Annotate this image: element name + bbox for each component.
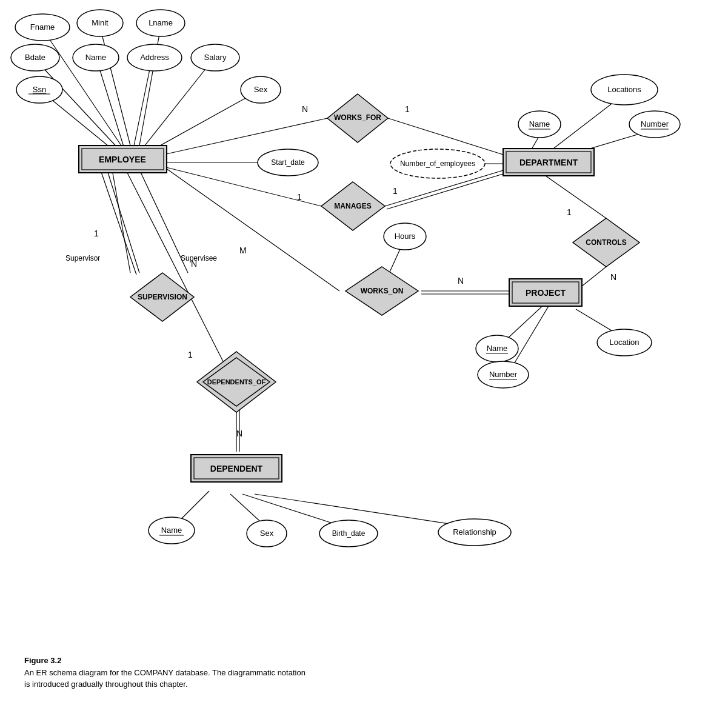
svg-line-21 <box>164 167 339 291</box>
svg-line-6 <box>142 61 212 149</box>
er-diagram: EMPLOYEE DEPARTMENT PROJECT DEPENDENT WO… <box>0 0 728 655</box>
dept-name-attr: Name <box>529 119 550 129</box>
figure-caption-title: Figure 3.2 <box>24 655 728 667</box>
employee-label: EMPLOYEE <box>99 155 146 164</box>
dept-number-attr: Number <box>641 119 669 129</box>
dep-name-attr: Name <box>161 526 182 535</box>
hours-attr: Hours <box>395 232 416 241</box>
start-date-attr: Start_date <box>271 158 305 167</box>
n-works-for-emp: N <box>302 104 308 114</box>
manages-label: MANAGES <box>334 202 371 210</box>
svg-line-28 <box>512 306 549 367</box>
supervisee-label: Supervisee <box>181 254 217 262</box>
proj-number-attr: Number <box>489 370 518 379</box>
one-supervision-sup: 1 <box>94 229 99 238</box>
proj-location-attr: Location <box>609 338 639 347</box>
works-for-label: WORKS_FOR <box>334 113 381 122</box>
svg-line-3 <box>36 61 118 149</box>
svg-line-37 <box>112 170 130 273</box>
svg-line-27 <box>503 303 546 343</box>
svg-line-30 <box>127 173 224 364</box>
supervision-label: SUPERVISION <box>138 293 187 301</box>
ssn-attr: Ssn <box>33 85 46 94</box>
locations-attr: Locations <box>607 85 641 94</box>
bdate-attr: Bdate <box>25 53 45 62</box>
birth-date-attr: Birth_date <box>332 529 366 538</box>
supervisor-label: Supervisor <box>65 254 100 262</box>
one-works-for-dept: 1 <box>405 104 410 114</box>
figure-caption-text1: An ER schema diagram for the COMPANY dat… <box>24 667 728 679</box>
emp-name-attr: Name <box>85 53 107 62</box>
figure-caption-text2: is introduced gradually throughout this … <box>24 678 728 690</box>
svg-line-5 <box>133 61 152 149</box>
one-dependents-emp: 1 <box>188 350 193 359</box>
one-manages-emp: 1 <box>297 192 302 202</box>
fname-attr: Fname <box>30 22 55 32</box>
lname-attr: Lname <box>149 18 173 27</box>
n-controls-proj: N <box>610 272 616 282</box>
dep-sex-attr: Sex <box>260 529 274 538</box>
dependents-of-label: DEPENDENTS_OF <box>207 378 266 386</box>
proj-name-attr: Name <box>487 344 508 353</box>
svg-line-8 <box>152 90 261 150</box>
svg-line-9 <box>164 118 327 155</box>
address-attr: Address <box>140 53 169 62</box>
department-label: DEPARTMENT <box>519 158 578 167</box>
one-controls-dept: 1 <box>567 207 572 217</box>
emp-sex-attr: Sex <box>254 85 268 94</box>
dependent-label: DEPENDENT <box>210 464 263 473</box>
num-employees-attr: Number_of_employees <box>400 159 475 168</box>
controls-label: CONTROLS <box>586 238 626 247</box>
minit-attr: Minit <box>92 18 109 27</box>
m-works-on-emp: M <box>239 246 247 255</box>
one-manages-dept: 1 <box>393 186 398 196</box>
salary-attr: Salary <box>204 53 227 62</box>
relationship-attr: Relationship <box>453 527 496 537</box>
svg-line-19 <box>106 167 139 273</box>
svg-line-25 <box>546 176 606 218</box>
n-dependents-dep: N <box>236 429 242 438</box>
n-works-on-proj: N <box>458 276 464 286</box>
project-label: PROJECT <box>526 288 566 298</box>
works-on-label: WORKS_ON <box>361 287 404 295</box>
svg-line-20 <box>100 169 136 275</box>
